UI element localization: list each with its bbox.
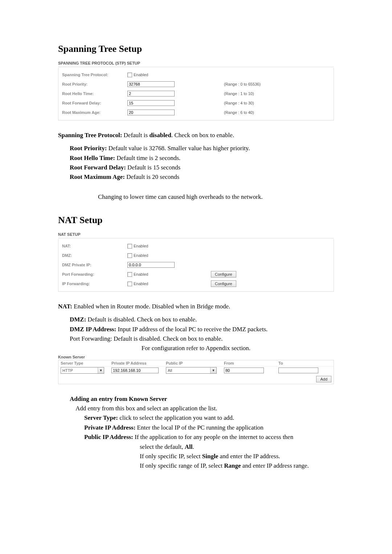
stp-maxage-label: Root Maximum Age: (62, 110, 127, 115)
stp-hello-input[interactable] (127, 91, 175, 97)
ks-header-type: Server Type (61, 361, 111, 365)
ks-priv-input[interactable] (111, 368, 159, 373)
dmz-enabled-text: Enabled (134, 253, 148, 258)
nat-desc: NAT: Enabled when in Router mode. Disabl… (58, 302, 334, 311)
portfwd-enabled-checkbox[interactable] (127, 272, 132, 277)
chevron-down-icon: ▼ (98, 368, 104, 373)
ks-heading-text: Adding an entry from Known Server (70, 394, 334, 404)
ks-pubip-1: Public IP Address: If the application to… (84, 432, 334, 442)
dmz-desc: DMZ: Default is disabled. Check on box t… (70, 315, 334, 324)
known-server-heading: Known Server (58, 355, 334, 359)
stp-protocol-label: Spanning Tree Protocol: (62, 73, 127, 77)
known-server-table: Server Type Private IP Address Public IP… (58, 360, 334, 384)
dmz-ip-input[interactable] (127, 262, 175, 268)
stp-panel-heading: SPANNING TREE PROTOCOL (STP) SETUP (58, 61, 334, 67)
stp-desc-hello: Root Hello Time: Default time is 2 secon… (70, 153, 334, 163)
portfwd-label: Port Forwarding: (62, 272, 127, 276)
heading-nat: NAT Setup (58, 215, 334, 226)
stp-enabled-text: Enabled (134, 73, 148, 77)
portfwd-configure-button[interactable]: Configure (211, 271, 236, 278)
ks-header-priv: Private IP Address (111, 361, 166, 365)
ipfwd-label: IP Forwarding: (62, 282, 127, 286)
stp-priority-label: Root Priority: (62, 82, 127, 86)
ks-line1: Add entry from this box and select an ap… (75, 404, 334, 413)
ks-header-to: To (278, 361, 331, 365)
stp-desc-priority: Root Priority: Default value is 32768. S… (70, 144, 334, 153)
ks-type-select[interactable]: HTTP ▼ (61, 367, 104, 374)
ks-from-input[interactable] (224, 368, 264, 373)
stp-maxage-range: (Range : 6 to 40) (211, 110, 330, 115)
dmzip-desc: DMZ IP Address: Input IP address of the … (70, 325, 334, 334)
nat-enabled-text: Enabled (134, 244, 148, 248)
dmz-enabled-checkbox[interactable] (127, 253, 132, 258)
nat-label: NAT: (62, 244, 127, 248)
nat-enabled-checkbox[interactable] (127, 244, 132, 249)
stp-hello-range: (Range : 1 to 10) (211, 91, 330, 96)
nat-panel: NAT: Enabled DMZ: Enabled DMZ Private IP… (58, 239, 334, 292)
portfwd-enabled-text: Enabled (134, 272, 148, 276)
ks-add-button[interactable]: Add (316, 376, 331, 382)
stp-forward-input[interactable] (127, 100, 175, 106)
stp-desc-protocol: Spanning Tree Protocol: Default is disab… (58, 131, 334, 140)
stp-priority-input[interactable] (127, 81, 175, 87)
chevron-down-icon: ▼ (210, 368, 216, 373)
stp-desc-maxage: Root Maximum Age: Default is 20 seconds (70, 172, 334, 182)
ks-pubip-2: select the default, All. (140, 442, 334, 452)
ks-header-from: From (224, 361, 278, 365)
stp-forward-range: (Range : 4 to 30) (211, 101, 330, 105)
ks-privip: Private IP Address: Enter the local IP o… (84, 423, 334, 432)
stp-desc-forward: Root Forward Delay: Default is 15 second… (70, 163, 334, 172)
ipfwd-configure-button[interactable]: Configure (211, 280, 236, 287)
stp-priority-range: (Range : 0 to 65536) (211, 82, 330, 86)
dmz-ip-label: DMZ Private IP: (62, 263, 127, 267)
stp-note: Changing to lower time can caused high o… (58, 192, 334, 202)
dmz-label: DMZ: (62, 253, 127, 258)
stp-hello-label: Root Hello Time: (62, 91, 127, 96)
heading-spanning-tree: Spanning Tree Setup (58, 44, 334, 54)
pf-desc: Port Forwarding: Default is disabled. Ch… (70, 334, 334, 344)
ipfwd-enabled-text: Enabled (134, 282, 148, 286)
ks-pubip-3: If only specific IP, select Single and e… (140, 452, 334, 461)
ipfwd-enabled-checkbox[interactable] (127, 282, 132, 286)
stp-forward-label: Root Forward Delay: (62, 101, 127, 105)
ks-to-input[interactable] (278, 368, 318, 373)
stp-panel: Spanning Tree Protocol: Enabled Root Pri… (58, 68, 334, 120)
ks-pubip-4: If only specific range of IP, select Ran… (140, 461, 334, 471)
ks-pub-select[interactable]: All ▼ (166, 367, 217, 374)
nat-panel-heading: NAT SETUP (58, 232, 334, 238)
stp-maxage-input[interactable] (127, 110, 175, 115)
ks-servertype: Server Type: click to select the applica… (84, 413, 334, 423)
stp-enabled-checkbox[interactable] (127, 73, 132, 77)
ks-header-pub: Public IP (166, 361, 224, 365)
appendix-note: For configuration refer to Appendix sect… (58, 344, 334, 353)
